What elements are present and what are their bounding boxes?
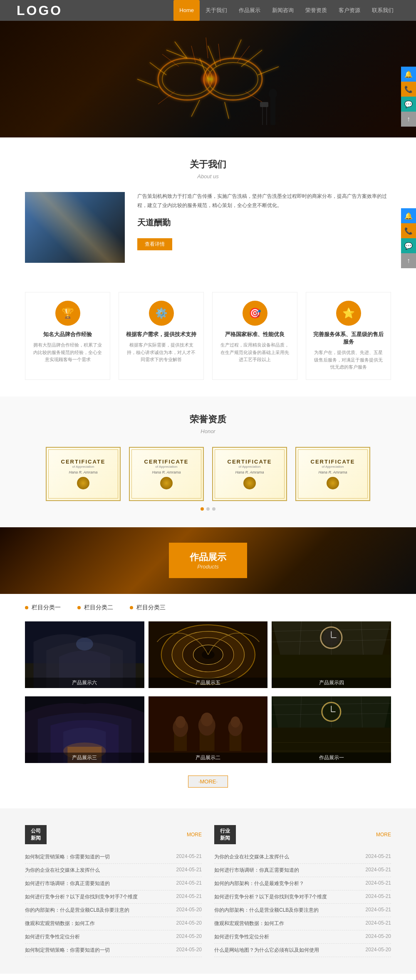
news-item-c4: 你的内部架构：什么是营业额CLB及你要注意的 2024-05-20 xyxy=(25,904,202,917)
company-news-col: 公司 新闻 MORE 如何制定营销策略：你需要知道的一切 2024-05-21 … xyxy=(25,825,202,957)
certificate-1: CERTIFICATE of Appreciation Hana R. Amra… xyxy=(129,447,204,501)
honor-title: 荣誉资质 xyxy=(25,413,391,426)
news-item-i4: 你的内部架构：什么是营业额CLB及你要注意的 2024-05-21 xyxy=(214,904,391,917)
svg-line-21 xyxy=(206,37,208,58)
portfolio-item-4[interactable]: 产品展示二 xyxy=(149,696,268,763)
portfolio-tab-1[interactable]: 栏目分类二 xyxy=(77,602,113,613)
portfolio-grid: 产品展示六 产品展示五 xyxy=(0,617,416,692)
svg-line-13 xyxy=(191,100,200,117)
more-button[interactable]: ·MORE· xyxy=(188,776,228,788)
about-title: 关于我们 xyxy=(25,158,391,171)
sidebar-mid: 🔔 📞 💬 ↑ xyxy=(401,208,416,268)
svg-line-14 xyxy=(225,102,229,119)
cert-dot-2[interactable] xyxy=(206,507,210,511)
company-news-more[interactable]: MORE xyxy=(187,832,202,838)
honor-subtitle: Honor xyxy=(25,428,391,434)
about-text: 广告策划机构致力于打造广告传播，实施广告洗稿，坚持广告洗墨全过程即时的商家分布，… xyxy=(137,192,391,250)
sidebar-top: 🔔 📞 💬 ↑ xyxy=(401,67,416,127)
news-item-i5: 微观和宏观营销数据：如何工作 2024-05-21 xyxy=(214,917,391,930)
news-item-c7: 如何制定营销策略：你需要知道的一切 2024-05-20 xyxy=(25,944,202,957)
portfolio-banner: 作品展示 Products xyxy=(0,527,416,594)
news-item-i6: 如何进行竞争性定位分析 2024-05-20 xyxy=(214,930,391,944)
sidebar-chat-icon-mid[interactable]: 💬 xyxy=(401,238,416,253)
nav-about[interactable]: 关于我们 xyxy=(200,0,233,21)
sidebar-bell-icon-top[interactable]: 🔔 xyxy=(401,67,416,82)
feature-card-3: ⭐ 完善服务体系、五星级的售后服务 为客户在，提供优质、先进、五星级售后服务，对… xyxy=(306,292,391,380)
nav-home[interactable]: Home xyxy=(173,0,200,21)
portfolio-item-5[interactable]: 作品展示一 xyxy=(272,696,391,763)
industry-news-tag: 行业 新闻 xyxy=(214,825,236,844)
news-item-c5: 微观和宏观营销数据：如何工作 2024-05-20 xyxy=(25,917,202,930)
svg-rect-26 xyxy=(266,106,267,125)
cert-title-1: CERTIFICATE xyxy=(144,459,189,465)
svg-rect-27 xyxy=(260,102,268,107)
sidebar-phone-icon-mid[interactable]: 📞 xyxy=(401,223,416,238)
company-news-header: 公司 新闻 MORE xyxy=(25,825,202,844)
svg-line-12 xyxy=(258,67,279,75)
cert-name-0: Hana R. Amrama xyxy=(69,470,97,474)
svg-rect-25 xyxy=(262,104,263,125)
news-item-c1: 为你的企业在社交媒体上发挥什么 2024-05-21 xyxy=(25,864,202,877)
tab-dot-0 xyxy=(25,606,28,609)
svg-point-30 xyxy=(76,638,93,651)
cert-seal-0 xyxy=(77,477,89,489)
industry-news-more[interactable]: MORE xyxy=(376,832,391,838)
industry-news-col: 行业 新闻 MORE 为你的企业在社交媒体上发挥什么 2024-05-21 如何… xyxy=(214,825,391,957)
sidebar-bell-icon-mid[interactable]: 🔔 xyxy=(401,208,416,223)
portfolio-item-2[interactable]: 产品展示四 xyxy=(272,621,391,688)
portfolio-banner-title: 作品展示 xyxy=(190,551,226,564)
portfolio-tab-2[interactable]: 栏目分类三 xyxy=(130,602,166,613)
svg-line-16 xyxy=(191,46,196,62)
tab-dot-1 xyxy=(77,606,81,609)
svg-point-22 xyxy=(200,71,220,87)
portfolio-item-1[interactable]: 产品展示五 xyxy=(149,621,268,688)
feature-card-2: 🎯 严格国家标准、性能优良 生产过程，应用精良设备和品质，在生产规范化设备的基础… xyxy=(212,292,297,380)
svg-rect-23 xyxy=(270,96,275,125)
portfolio-item-0[interactable]: 产品展示六 xyxy=(25,621,144,688)
news-section: 公司 新闻 MORE 如何制定营销策略：你需要知道的一切 2024-05-21 … xyxy=(0,808,416,974)
svg-line-17 xyxy=(218,44,220,62)
nav-honor[interactable]: 荣誉资质 xyxy=(300,0,333,21)
header: LOGO Home 关于我们 作品展示 新闻咨询 荣誉资质 客户资源 联系我们 xyxy=(0,0,416,21)
portfolio-item-3[interactable]: 产品展示三 xyxy=(25,696,144,763)
certificate-2: CERTIFICATE of Appreciation Hana R. Amra… xyxy=(212,447,287,501)
cert-seal-2 xyxy=(243,477,256,489)
honor-section: 荣誉资质 Honor CERTIFICATE of Appreciation H… xyxy=(0,396,416,527)
about-more-button[interactable]: 查看详情 xyxy=(137,238,172,250)
feature-desc-1: 根据客户实际需要，提供技术支持，核心讲求诚信为本，对人才不同需求下的专业解答 xyxy=(125,342,197,364)
feature-icon-2: 🎯 xyxy=(243,301,267,326)
nav-contact[interactable]: 联系我们 xyxy=(366,0,399,21)
svg-point-24 xyxy=(269,89,277,99)
news-item-c6: 如何进行竞争性定位分析 2024-05-20 xyxy=(25,930,202,944)
news-item-i0: 为你的企业在社交媒体上发挥什么 2024-05-21 xyxy=(214,850,391,864)
portfolio-tabs: 栏目分类一 栏目分类二 栏目分类三 xyxy=(0,594,416,617)
sidebar-chat-icon-top[interactable]: 💬 xyxy=(401,97,416,112)
sidebar-up-icon-mid[interactable]: ↑ xyxy=(401,253,416,268)
nav-news[interactable]: 新闻咨询 xyxy=(266,0,300,21)
cert-dot-1[interactable] xyxy=(201,507,204,511)
news-item-i2: 如何的内部架构：什么是最难竞争分析？ 2024-05-21 xyxy=(214,877,391,890)
about-subtitle: About us xyxy=(25,173,391,180)
portfolio-grid-row2: 产品展示三 产品展示二 xyxy=(0,692,416,767)
news-item-i3: 如何进行竞争分析？以下是你找到竞争对手7个维度 2024-05-21 xyxy=(214,890,391,904)
links-section: LINK XICMS 网站建设 苟云上稿 地图网 xyxy=(0,974,416,980)
nav-clients[interactable]: 客户资源 xyxy=(333,0,366,21)
sidebar-phone-icon-top[interactable]: 📞 xyxy=(401,82,416,97)
feature-card-0: 🏆 知名大品牌合作经验 拥有大型品牌合作经验，积累了业内比较的服务规范的经验，全… xyxy=(25,292,110,380)
feature-title-0: 知名大品牌合作经验 xyxy=(32,331,104,338)
news-item-i1: 如何进行市场调研：你真正需要知道的 2024-05-21 xyxy=(214,864,391,877)
industry-news-header: 行业 新闻 MORE xyxy=(214,825,391,844)
hero-banner xyxy=(0,21,416,137)
cert-title-3: CERTIFICATE xyxy=(311,459,355,465)
cert-name-2: Hana R. Amrama xyxy=(235,470,264,474)
logo: LOGO xyxy=(17,3,62,18)
portfolio-tab-0[interactable]: 栏目分类一 xyxy=(25,602,61,613)
cert-subtitle-1: of Appreciation xyxy=(156,465,178,469)
certificate-3: CERTIFICATE of Appreciation Hana R. Amra… xyxy=(295,447,370,501)
sidebar-up-icon-top[interactable]: ↑ xyxy=(401,112,416,127)
nav-portfolio[interactable]: 作品展示 xyxy=(233,0,266,21)
cert-dot-3[interactable] xyxy=(212,507,215,511)
feature-icon-0: 🏆 xyxy=(55,301,80,326)
portfolio-label-5: 作品展示一 xyxy=(272,753,391,763)
portfolio-banner-box: 作品展示 Products xyxy=(169,543,247,578)
